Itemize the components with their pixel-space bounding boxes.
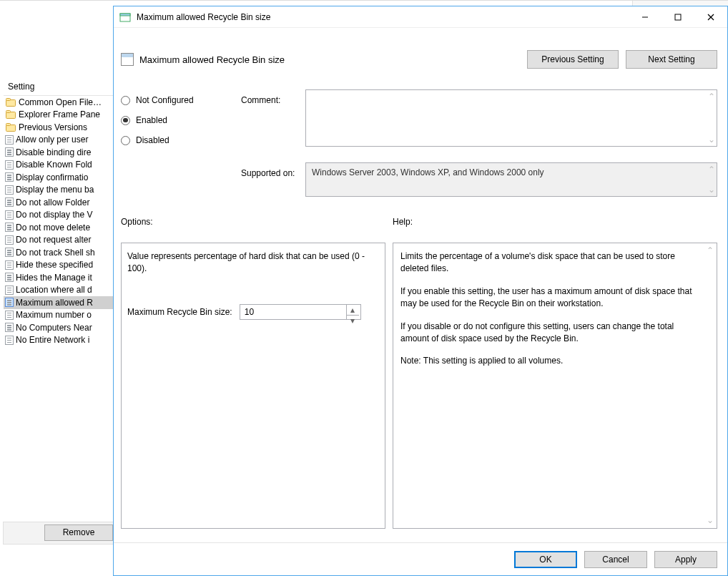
dialog-title: Maximum allowed Recycle Bin size (137, 12, 629, 22)
recycle-bin-size-input[interactable] (240, 305, 346, 319)
window-buttons (629, 6, 727, 27)
list-item-label: Display confirmatio (16, 172, 88, 182)
comment-label: Comment: (241, 95, 280, 105)
next-setting-button[interactable]: Next Setting (626, 50, 717, 69)
radio-label: Enabled (136, 115, 167, 125)
list-item-label: Do not move delete (16, 223, 90, 233)
list-item-label: Allow only per user (16, 135, 88, 145)
radio-label: Not Configured (136, 95, 194, 105)
scroll-down-icon: ⌄ (707, 514, 714, 527)
policy-icon (5, 323, 14, 332)
spinner-up-icon[interactable]: ▴ (347, 305, 359, 316)
policy-window-icon (119, 11, 131, 23)
folder-icon (5, 109, 16, 119)
option-row: Maximum Recycle Bin size: ▴ ▾ (127, 304, 379, 320)
help-label: Help: (393, 217, 413, 227)
list-item-label: Maximum number o (16, 310, 92, 320)
svg-rect-9 (675, 14, 681, 20)
scroll-down-icon: ⌄ (708, 185, 715, 195)
policy-icon (5, 235, 14, 245)
policy-icon (5, 210, 14, 220)
option-field-label: Maximum Recycle Bin size: (127, 307, 232, 317)
help-paragraph: If you enable this setting, the user has… (400, 285, 701, 311)
policy-icon (5, 223, 14, 232)
config-radio-group: Not Configured Enabled Disabled (121, 95, 194, 145)
policy-icon (5, 197, 14, 207)
svg-rect-7 (120, 14, 130, 16)
previous-setting-button[interactable]: Previous Setting (527, 50, 619, 69)
help-panel: Limits the percentage of a volume's disk… (393, 243, 717, 529)
close-button[interactable] (694, 6, 727, 27)
policy-icon (5, 260, 14, 270)
policy-icon (121, 53, 134, 66)
list-item-label: Hides the Manage it (16, 273, 92, 283)
options-label: Options: (121, 217, 153, 227)
policy-icon (5, 285, 14, 295)
supported-on-label: Supported on: (241, 168, 295, 178)
list-item-label: No Computers Near (16, 323, 92, 333)
list-item-label: Location where all d (16, 285, 92, 295)
policy-icon (5, 311, 14, 320)
scroll-up-icon: ⌃ (708, 92, 715, 102)
ok-button[interactable]: OK (514, 551, 577, 568)
remove-button[interactable]: Remove (44, 524, 113, 541)
help-paragraph: If you disable or do not configure this … (400, 321, 701, 346)
scroll-up-icon: ⌃ (708, 165, 715, 175)
folder-icon (5, 122, 16, 132)
list-item-label: Do not track Shell sh (16, 248, 95, 258)
titlebar: Maximum allowed Recycle Bin size (114, 6, 727, 28)
list-item-label: Hide these specified (16, 260, 93, 270)
options-panel: Value represents percentage of hard disk… (121, 243, 385, 529)
list-item-label: Disable Known Fold (16, 160, 92, 170)
supported-on-box: Windows Server 2003, Windows XP, and Win… (305, 162, 717, 197)
radio-icon (121, 116, 130, 125)
spinner-arrows: ▴ ▾ (346, 305, 359, 319)
cancel-button[interactable]: Cancel (584, 551, 647, 568)
recycle-bin-size-spinner[interactable]: ▴ ▾ (240, 304, 361, 320)
dialog-header-row: Maximum allowed Recycle Bin size Previou… (121, 45, 717, 74)
dialog-footer: OK Cancel Apply (114, 542, 727, 575)
radio-icon (121, 136, 130, 145)
radio-enabled[interactable]: Enabled (121, 115, 194, 125)
policy-icon (5, 185, 14, 195)
policy-icon (5, 135, 14, 145)
radio-disabled[interactable]: Disabled (121, 135, 194, 145)
svg-rect-3 (6, 111, 11, 113)
nav-buttons: Previous Setting Next Setting (527, 50, 717, 69)
list-item-label: Disable binding dire (16, 147, 91, 157)
policy-dialog: Maximum allowed Recycle Bin size Maximum… (113, 6, 728, 576)
folder-icon (5, 97, 16, 107)
list-item-label: Previous Versions (19, 122, 87, 132)
list-item-label: Explorer Frame Pane (19, 109, 100, 119)
list-item-label: Do not request alter (16, 235, 91, 245)
policy-icon (5, 273, 14, 282)
comment-textarea[interactable]: ⌃ ⌄ (305, 89, 717, 147)
help-paragraph: Limits the percentage of a volume's disk… (400, 250, 701, 275)
list-item-label: Maximum allowed R (16, 298, 93, 308)
list-item-label: No Entire Network i (16, 335, 89, 345)
maximize-button[interactable] (661, 6, 694, 27)
radio-not-configured[interactable]: Not Configured (121, 95, 194, 105)
list-item-label: Display the menu ba (16, 185, 94, 195)
help-paragraph: Note: This setting is applied to all vol… (400, 355, 701, 367)
svg-rect-5 (6, 123, 11, 125)
policy-icon (5, 298, 14, 307)
list-item-label: Do not allow Folder (16, 197, 89, 208)
radio-label: Disabled (136, 135, 169, 145)
scroll-up-icon: ⌃ (707, 245, 714, 257)
policy-icon (5, 248, 14, 257)
radio-icon (121, 96, 130, 105)
policy-icon (5, 172, 14, 182)
apply-button[interactable]: Apply (654, 551, 717, 568)
options-description: Value represents percentage of hard disk… (127, 250, 379, 275)
spinner-down-icon[interactable]: ▾ (347, 316, 359, 326)
policy-icon (5, 147, 14, 157)
dialog-body: Maximum allowed Recycle Bin size Previou… (114, 28, 727, 575)
minimize-button[interactable] (629, 6, 661, 27)
scroll-down-icon: ⌄ (708, 135, 715, 145)
list-item-label: Common Open File… (19, 97, 102, 107)
policy-icon (5, 336, 14, 345)
supported-on-value: Windows Server 2003, Windows XP, and Win… (312, 167, 544, 177)
policy-icon (5, 160, 14, 170)
list-item-label: Do not display the V (16, 210, 92, 220)
